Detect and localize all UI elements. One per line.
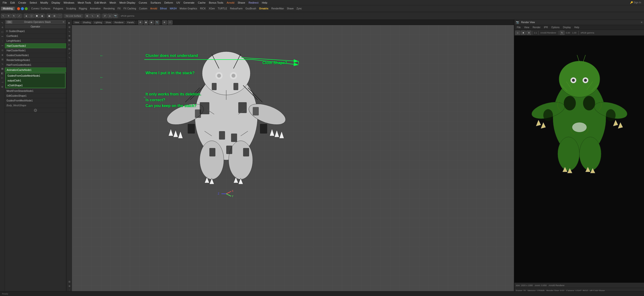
menu-curves[interactable]: Curves bbox=[137, 1, 149, 5]
vt-icon-1[interactable]: ⊞ bbox=[138, 20, 143, 25]
menu-select[interactable]: Select bbox=[28, 1, 39, 5]
vt-icon-iso[interactable]: ⬡ bbox=[168, 20, 172, 25]
menu-edit-mesh[interactable]: Edit Mesh bbox=[93, 1, 108, 5]
menu-file[interactable]: File bbox=[1, 1, 9, 5]
rs-icon-3[interactable]: ∿ bbox=[68, 30, 71, 33]
tab-turtle[interactable]: TURTLE bbox=[216, 7, 228, 10]
tab-renderman[interactable]: RenderMan bbox=[270, 7, 285, 10]
sidebar-item-guidesclusternode1[interactable]: GuidesClusterNode1 bbox=[5, 53, 66, 58]
rotate-tool[interactable]: ↻ bbox=[12, 14, 16, 18]
render-menu-view[interactable]: View bbox=[522, 26, 531, 29]
rs-icon-collapse[interactable]: ⤡ bbox=[68, 56, 71, 59]
strip-cursor[interactable]: ↖ bbox=[0, 21, 4, 25]
menu-windows[interactable]: Windows bbox=[62, 1, 76, 5]
mode-select[interactable]: Modeling bbox=[1, 7, 15, 10]
strip-gear[interactable]: ⚙ bbox=[0, 85, 4, 89]
panels-btn[interactable]: Panels bbox=[126, 21, 136, 24]
menu-uv[interactable]: UV bbox=[175, 1, 182, 5]
tool-5[interactable]: ▣ bbox=[47, 14, 52, 18]
select-tool[interactable]: ↖ bbox=[1, 14, 6, 18]
rs-icon-4[interactable]: ⊕ bbox=[68, 34, 71, 38]
tab-sculpting[interactable]: Sculpting bbox=[65, 7, 77, 10]
render-menu-ipr[interactable]: IPR bbox=[542, 26, 549, 29]
move-tool[interactable]: ✛ bbox=[6, 14, 11, 18]
strip-cut[interactable]: ✂ bbox=[0, 44, 4, 48]
no-live-surface-button[interactable]: No Live Surface bbox=[64, 14, 83, 18]
sidebar-item-editguidesshape1[interactable]: EditGuidesShape1 bbox=[5, 94, 66, 98]
menu-generate[interactable]: Generate bbox=[182, 1, 196, 5]
snap-grid[interactable]: ⊞ bbox=[85, 14, 90, 18]
rs-icon-1[interactable]: ▶ bbox=[68, 21, 71, 25]
menu-mesh[interactable]: Mesh bbox=[108, 1, 118, 5]
show-btn[interactable]: Show bbox=[104, 21, 112, 24]
tab-arnold[interactable]: Arnold bbox=[149, 7, 158, 10]
sidebar-item-outputcloth1[interactable]: outputCloth1 bbox=[6, 78, 65, 83]
sidebar-item-animationcachenode1[interactable]: AnimationCacheNode1 bbox=[5, 68, 66, 72]
view-btn[interactable]: View bbox=[73, 21, 80, 24]
menu-bonus-tools[interactable]: Bonus Tools bbox=[207, 1, 225, 5]
tool-2[interactable]: ⬡ bbox=[29, 14, 34, 18]
menu-create[interactable]: Create bbox=[16, 1, 28, 5]
strip-connect[interactable]: ∿ bbox=[0, 62, 4, 66]
sidebar-item-hairclusternode1[interactable]: HairClusterNode1 bbox=[5, 48, 66, 53]
sidebar-item-guidesfrommeshnode1[interactable]: GuidesFromGuideMeshNode1 bbox=[6, 73, 65, 78]
menu-deform[interactable]: Deform bbox=[163, 1, 175, 5]
tab-bifrost[interactable]: Bifrost bbox=[159, 7, 168, 10]
menu-edit[interactable]: Edit bbox=[9, 1, 16, 5]
viewport[interactable]: X Y Z ← ← ← Cluster does not understand … bbox=[72, 25, 514, 293]
tool-1[interactable]: ◈ bbox=[24, 14, 29, 18]
menu-mesh-display[interactable]: Mesh Display bbox=[118, 1, 137, 5]
sidebar-item-lengthnode1[interactable]: LengthNode1 bbox=[5, 39, 66, 43]
history[interactable]: ↺ bbox=[102, 14, 107, 18]
render-refresh-btn[interactable]: ↻ bbox=[560, 31, 564, 35]
tab-zync[interactable]: Zync bbox=[296, 7, 303, 10]
vt-icon-snap[interactable]: ⊕ bbox=[162, 20, 167, 25]
strip-loop[interactable]: ⊙ bbox=[0, 48, 4, 52]
rs-icon-bottom-1[interactable]: ⊞ bbox=[68, 279, 71, 283]
render-menu-file[interactable]: File bbox=[515, 26, 522, 29]
tab-ornatrix[interactable]: Ornatrix bbox=[258, 7, 270, 10]
strip-paint[interactable]: ✏ bbox=[0, 35, 4, 38]
menu-cache[interactable]: Cache bbox=[196, 1, 207, 5]
tool-6[interactable]: ⊞ bbox=[52, 14, 57, 18]
vt-icon-2[interactable]: ▦ bbox=[144, 20, 148, 25]
tab-fx[interactable]: FX bbox=[116, 7, 122, 10]
render-close-btn[interactable]: ✕ bbox=[641, 21, 642, 24]
tool-7[interactable]: ⋯ bbox=[57, 14, 62, 18]
tab-animation[interactable]: Animation bbox=[89, 7, 102, 10]
render-viewport[interactable] bbox=[514, 36, 644, 282]
strip-merge[interactable]: ⊞ bbox=[0, 57, 4, 61]
camera[interactable]: 📷 bbox=[113, 14, 118, 18]
tab-rick[interactable]: RICK bbox=[199, 7, 207, 10]
rs-icon-7[interactable]: ⚙ bbox=[68, 47, 71, 51]
render-pause-btn[interactable]: ⏸ bbox=[526, 31, 531, 35]
vt-icon-3[interactable]: ◉ bbox=[149, 20, 154, 25]
menu-redirect[interactable]: Redirect bbox=[247, 1, 260, 5]
tab-motion-graphics[interactable]: Motion Graphics bbox=[178, 7, 198, 10]
render-menu-options[interactable]: Options bbox=[550, 26, 561, 29]
sidebar-item-meshfromstrandsnode1[interactable]: MeshFromStrandsNode1 bbox=[5, 89, 66, 94]
snap-point[interactable]: ⊕ bbox=[96, 14, 100, 18]
tab-xgen[interactable]: XGen bbox=[208, 7, 216, 10]
renderer-btn[interactable]: Renderer bbox=[113, 21, 125, 24]
tab-shave[interactable]: Shave bbox=[286, 7, 295, 10]
tab-polygons[interactable]: Polygons bbox=[52, 7, 64, 10]
sidebar-on-tab[interactable]: On bbox=[6, 21, 12, 24]
sidebar-item-rendersettingsnode1[interactable]: RenderSettingsNode1 bbox=[5, 58, 66, 63]
color-btn-blue[interactable] bbox=[21, 7, 24, 10]
tool-4[interactable]: ◉ bbox=[40, 14, 44, 18]
strip-fill[interactable]: ▦ bbox=[0, 67, 4, 70]
strip-offset[interactable]: ▷ bbox=[0, 76, 4, 80]
tab-gozbush[interactable]: GozBrush bbox=[244, 7, 257, 10]
render-btn[interactable]: ▷ bbox=[108, 14, 112, 18]
strip-crease[interactable]: ⊣ bbox=[0, 80, 4, 84]
menu-display[interactable]: Display bbox=[50, 1, 62, 5]
sidebar-add-btn[interactable]: ⚙ bbox=[5, 108, 66, 113]
strip-multi[interactable]: ◈ bbox=[0, 53, 4, 57]
color-btn-orange[interactable] bbox=[17, 7, 20, 10]
menu-mesh-tools[interactable]: Mesh Tools bbox=[76, 1, 92, 5]
tab-fx-caching[interactable]: FX Caching bbox=[122, 7, 137, 10]
tab-curves-surfaces[interactable]: Curves / Surfaces bbox=[30, 7, 52, 10]
sidebar-item-curtnode1[interactable]: CurtNode1 bbox=[5, 34, 66, 39]
snap-curve[interactable]: ∿ bbox=[90, 14, 95, 18]
